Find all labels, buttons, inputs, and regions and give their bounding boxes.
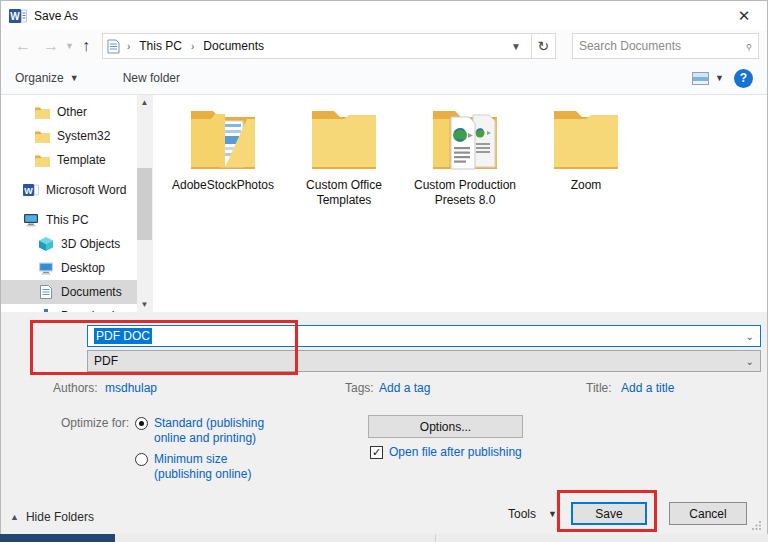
3d-cube-icon: [38, 236, 54, 252]
new-folder-label: New folder: [123, 71, 180, 85]
folder-zoom[interactable]: Zoom: [528, 105, 644, 193]
open-after-label: Open file after publishing: [389, 445, 522, 459]
help-icon[interactable]: ?: [734, 69, 753, 88]
save-as-type-select[interactable]: PDF ⌄: [87, 350, 761, 372]
address-dropdown-chevron-icon[interactable]: ▼: [505, 41, 527, 52]
folder-adobestockphotos[interactable]: AdobeStockPhotos: [165, 105, 281, 193]
sidebar-item-this-pc[interactable]: This PC: [1, 208, 137, 232]
breadcrumb-item-this-pc[interactable]: This PC: [137, 39, 184, 53]
chevron-down-icon: ▼: [715, 73, 724, 83]
navigation-bar: ← → ▼ ↑ › This PC › Documents ▼ ↻ ⌕: [1, 30, 767, 62]
back-arrow-icon[interactable]: ←: [9, 37, 37, 55]
breadcrumb[interactable]: › This PC › Documents ▼: [102, 33, 532, 59]
search-input[interactable]: [579, 39, 745, 53]
sidebar-item-microsoft-word[interactable]: W Microsoft Word: [1, 178, 137, 202]
authors-label: Authors:: [53, 381, 98, 395]
save-as-dialog: W Save As ✕ ← → ▼ ↑ › This PC › Documen: [0, 0, 768, 542]
radio-selected-icon[interactable]: [135, 417, 148, 430]
taskbar-blue-segment: [0, 534, 115, 542]
sidebar-item-documents[interactable]: Documents: [1, 280, 137, 304]
navigation-sidebar: Other System32 Template W: [1, 95, 137, 312]
folder-label: Zoom: [533, 178, 639, 193]
scrollbar-track[interactable]: [137, 110, 152, 297]
save-button[interactable]: Save: [571, 502, 647, 525]
folder-label: AdobeStockPhotos: [170, 178, 276, 193]
folder-custom-office-templates[interactable]: Custom Office Templates: [286, 105, 402, 208]
close-icon[interactable]: ✕: [729, 4, 759, 28]
sidebar-item-system32[interactable]: System32: [1, 124, 137, 148]
chevron-down-icon: ▼: [70, 73, 79, 83]
chevron-up-icon: ▲: [10, 512, 19, 522]
tools-dropdown[interactable]: Tools ▼: [508, 507, 557, 521]
computer-icon: [23, 212, 39, 228]
chevron-down-icon: ▼: [548, 509, 557, 519]
radio-unselected-icon[interactable]: [135, 453, 148, 466]
organize-label: Organize: [15, 71, 64, 85]
recent-locations-chevron-icon[interactable]: ▼: [65, 41, 76, 51]
refresh-icon[interactable]: ↻: [532, 33, 556, 59]
radio-minimum-label: Minimum size (publishing online): [154, 452, 286, 482]
title-bar: W Save As ✕: [1, 1, 767, 30]
folder-with-photos-icon: [185, 105, 261, 171]
save-options-panel: File name: PDF DOC ⌄ Save as type: PDF ⌄…: [1, 312, 767, 534]
checkbox-checked-icon[interactable]: ✓: [370, 446, 383, 459]
sidebar-item-3d-objects[interactable]: 3D Objects: [1, 232, 137, 256]
search-box: ⌕: [572, 33, 759, 59]
radio-standard[interactable]: Standard (publishing online and printing…: [135, 416, 286, 446]
options-button[interactable]: Options...: [368, 415, 523, 438]
forward-arrow-icon[interactable]: →: [37, 37, 65, 55]
document-icon: [38, 284, 54, 300]
resize-grip[interactable]: [752, 520, 762, 530]
folder-custom-production-presets[interactable]: Custom Production Presets 8.0: [407, 105, 523, 208]
file-name-input[interactable]: PDF DOC ⌄: [87, 325, 761, 347]
scroll-down-icon[interactable]: ▼: [137, 297, 152, 312]
window-title: Save As: [34, 9, 78, 23]
folder-with-documents-icon: [427, 105, 503, 171]
thumbnail-view-icon: [692, 72, 709, 85]
tags-add-link[interactable]: Add a tag: [379, 381, 430, 395]
browse-region: Other System32 Template W: [1, 95, 767, 312]
authors-value[interactable]: msdhulap: [105, 381, 157, 395]
organize-button[interactable]: Organize ▼: [15, 71, 79, 85]
change-view-button[interactable]: ▼: [692, 72, 724, 85]
word-app-icon: W: [9, 8, 27, 24]
folder-icon: [34, 104, 50, 120]
folder-icon: [34, 128, 50, 144]
hide-folders-button[interactable]: ▲ Hide Folders: [10, 510, 94, 524]
radio-minimum[interactable]: Minimum size (publishing online): [135, 452, 286, 482]
sidebar-item-template[interactable]: Template: [1, 148, 137, 172]
scroll-up-icon[interactable]: ▲: [137, 95, 152, 110]
folder-icon: [34, 152, 50, 168]
optimize-for-label: Optimize for:: [1, 416, 129, 430]
taskbar-divider: [435, 534, 436, 542]
cancel-button[interactable]: Cancel: [669, 502, 747, 525]
title-label: Title:: [586, 381, 612, 395]
sidebar-item-other[interactable]: Other: [1, 100, 137, 124]
folder-label: Custom Production Presets 8.0: [412, 178, 518, 208]
tags-label: Tags:: [345, 381, 374, 395]
monitor-icon: [38, 260, 54, 276]
command-toolbar: Organize ▼ New folder ▼ ?: [1, 62, 767, 95]
sidebar-item-desktop[interactable]: Desktop: [1, 256, 137, 280]
radio-standard-label: Standard (publishing online and printing…: [154, 416, 286, 446]
folder-icon: [306, 105, 382, 171]
folder-icon: [548, 105, 624, 171]
word-icon: W: [23, 182, 39, 198]
breadcrumb-item-documents[interactable]: Documents: [201, 39, 266, 53]
save-as-type-value: PDF: [94, 354, 118, 368]
title-add-link[interactable]: Add a title: [621, 381, 674, 395]
sidebar-item-downloads[interactable]: Downloads: [1, 304, 137, 312]
taskbar-sliver: [0, 534, 768, 542]
chevron-down-icon[interactable]: ⌄: [746, 356, 754, 367]
breadcrumb-separator-icon: ›: [184, 41, 201, 52]
metadata-row: Authors: msdhulap Tags: Add a tag Title:…: [1, 381, 767, 397]
new-folder-button[interactable]: New folder: [123, 71, 180, 85]
svg-text:W: W: [24, 186, 33, 196]
svg-text:W: W: [10, 11, 20, 22]
sidebar-scrollbar[interactable]: ▲ ▼: [137, 95, 152, 312]
chevron-down-icon[interactable]: ⌄: [746, 331, 754, 342]
open-after-publishing-checkbox[interactable]: ✓ Open file after publishing: [370, 445, 522, 459]
up-arrow-icon[interactable]: ↑: [76, 37, 96, 55]
scrollbar-thumb[interactable]: [137, 168, 152, 240]
file-list-pane: AdobeStockPhotos Custom Office Templates: [152, 95, 767, 312]
